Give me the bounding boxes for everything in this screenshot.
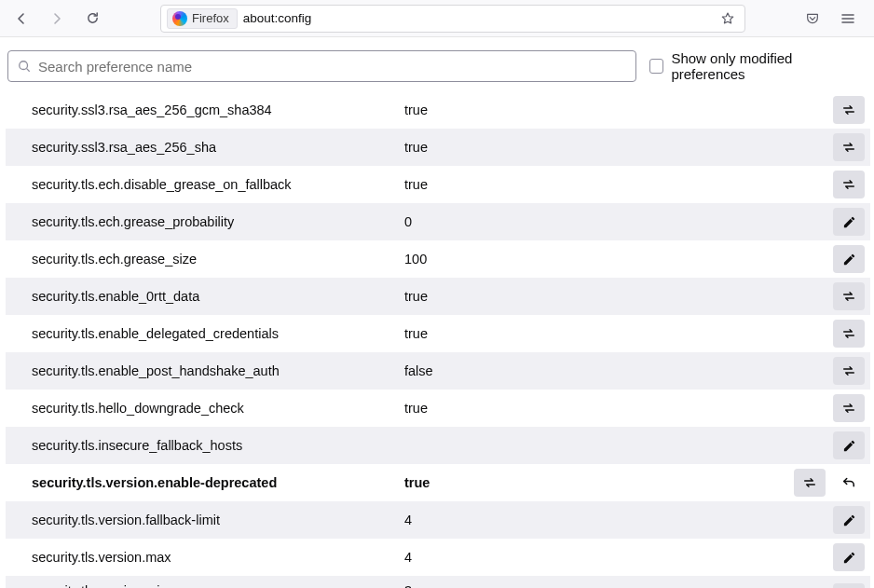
svg-point-0 [20, 62, 28, 70]
toggle-button[interactable] [833, 394, 865, 422]
pref-name[interactable]: security.tls.version.min [32, 583, 404, 588]
toggle-button[interactable] [833, 357, 865, 385]
toggle-button[interactable] [833, 171, 865, 198]
search-box[interactable] [7, 50, 636, 82]
edit-button[interactable] [833, 431, 865, 459]
pref-name[interactable]: security.ssl3.rsa_aes_256_sha [32, 140, 404, 155]
pref-value: 0 [404, 214, 833, 229]
pref-name[interactable]: security.tls.ech.grease_size [32, 252, 404, 267]
pref-row: security.tls.enable_0rtt_datatrue [6, 278, 870, 315]
show-modified-label: Show only modified preferences [671, 50, 868, 82]
pref-row: security.tls.version.fallback-limit4 [6, 501, 870, 539]
pref-value: true [404, 475, 794, 490]
pref-row: security.tls.ech.disable_grease_on_fallb… [6, 166, 870, 203]
pref-list: security.ssl3.rsa_aes_256_gcm_sha384true… [6, 91, 870, 588]
pref-value: 4 [404, 513, 833, 527]
pocket-icon[interactable] [799, 6, 826, 32]
pref-row: security.ssl3.rsa_aes_256_gcm_sha384true [6, 91, 870, 129]
pref-value: true [404, 103, 833, 117]
edit-button[interactable] [833, 583, 865, 588]
pref-name[interactable]: security.tls.enable_post_handshake_auth [32, 363, 404, 378]
pref-value: true [404, 140, 833, 155]
pref-name[interactable]: security.tls.insecure_fallback_hosts [32, 438, 404, 453]
pref-row: security.tls.ech.grease_probability0 [6, 203, 870, 240]
pref-value: 100 [404, 252, 833, 267]
pref-value: 3 [404, 583, 833, 588]
reload-button[interactable] [78, 5, 106, 33]
pref-row: security.ssl3.rsa_aes_256_shatrue [6, 129, 870, 166]
pref-value: false [404, 363, 833, 378]
identity-label: Firefox [192, 11, 229, 25]
pref-name[interactable]: security.ssl3.rsa_aes_256_gcm_sha384 [32, 103, 404, 117]
back-button[interactable] [7, 5, 35, 33]
search-icon [18, 60, 31, 73]
pref-value: true [404, 326, 833, 341]
show-modified-toggle[interactable]: Show only modified preferences [649, 50, 868, 82]
edit-button[interactable] [833, 506, 865, 534]
browser-toolbar: Firefox about:config [0, 0, 874, 37]
pref-name[interactable]: security.tls.ech.disable_grease_on_fallb… [32, 177, 404, 192]
search-input[interactable] [31, 59, 626, 75]
pref-row: security.tls.insecure_fallback_hosts [6, 427, 870, 464]
toggle-button[interactable] [794, 469, 826, 497]
pref-name[interactable]: security.tls.hello_downgrade_check [32, 401, 404, 416]
edit-button[interactable] [833, 208, 865, 236]
pref-name[interactable]: security.tls.version.fallback-limit [32, 513, 404, 527]
pref-name[interactable]: security.tls.ech.grease_probability [32, 214, 404, 229]
identity-box[interactable]: Firefox [167, 8, 238, 29]
pref-row: security.tls.enable_post_handshake_authf… [6, 352, 870, 390]
toggle-button[interactable] [833, 96, 865, 124]
pref-name[interactable]: security.tls.version.enable-deprecated [32, 475, 404, 490]
toggle-button[interactable] [833, 133, 865, 161]
forward-button[interactable] [43, 5, 71, 33]
reset-button[interactable] [833, 469, 865, 497]
url-text: about:config [243, 11, 312, 25]
pref-value: true [404, 289, 833, 304]
pref-row: security.tls.version.max4 [6, 539, 870, 576]
toggle-button[interactable] [833, 320, 865, 348]
pref-value: true [404, 401, 833, 416]
pref-name[interactable]: security.tls.enable_delegated_credential… [32, 326, 404, 341]
pref-value: 4 [404, 550, 833, 565]
pref-row: security.tls.enable_delegated_credential… [6, 315, 870, 352]
pref-name[interactable]: security.tls.enable_0rtt_data [32, 289, 404, 304]
pref-row: security.tls.ech.grease_size100 [6, 240, 870, 278]
edit-button[interactable] [833, 245, 865, 273]
firefox-logo-icon [172, 11, 187, 26]
checkbox-icon [649, 59, 664, 74]
about-config-content: Show only modified preferences security.… [0, 37, 874, 588]
pref-name[interactable]: security.tls.version.max [32, 550, 404, 565]
menu-icon[interactable] [835, 6, 861, 32]
pref-row: security.tls.version.enable-deprecatedtr… [6, 464, 870, 501]
edit-button[interactable] [833, 543, 865, 571]
pref-value: true [404, 177, 833, 192]
toggle-button[interactable] [833, 282, 865, 310]
pref-row: security.tls.version.min3 [6, 576, 870, 588]
bookmark-star-icon[interactable] [717, 7, 739, 30]
pref-row: security.tls.hello_downgrade_checktrue [6, 390, 870, 427]
url-bar[interactable]: Firefox about:config [160, 5, 745, 33]
